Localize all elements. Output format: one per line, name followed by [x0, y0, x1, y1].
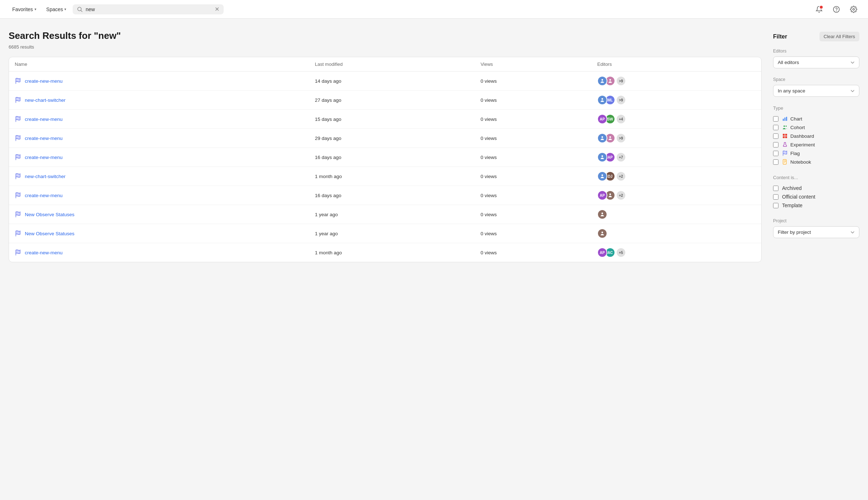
filter-panel: Filter Clear All Filters Editors All edi… [773, 30, 859, 491]
filter-type-cohort[interactable]: Cohort [773, 123, 859, 132]
svg-rect-26 [785, 118, 786, 121]
filter-editors-section: Editors All editors [773, 49, 859, 68]
table-row[interactable]: create-new-menu14 days ago0 views>9 [9, 72, 761, 91]
cell-modified: 1 month ago [309, 243, 475, 262]
col-name: Name [9, 57, 309, 72]
help-button[interactable] [831, 4, 842, 15]
filter-type-label: Type [773, 105, 859, 111]
flag-type-icon [782, 150, 788, 156]
filter-space-select[interactable]: In any space [773, 85, 859, 97]
cell-name: create-new-menu [9, 186, 309, 205]
filter-content-section: Content is... ArchivedOfficial contentTe… [773, 175, 859, 210]
clear-all-filters-button[interactable]: Clear All Filters [819, 32, 859, 41]
results-scrollable[interactable]: Name Last modified Views Editors create-… [9, 57, 761, 262]
table-row[interactable]: new-chart-switcher27 days ago0 viewsML>9 [9, 91, 761, 110]
content-checkboxes: ArchivedOfficial contentTemplate [773, 184, 859, 210]
favorites-label: Favorites [12, 6, 33, 12]
svg-point-21 [602, 213, 603, 214]
cell-modified: 1 month ago [309, 167, 475, 186]
checkbox-dashboard[interactable] [773, 133, 778, 139]
checkbox-chart[interactable] [773, 116, 778, 122]
nav-icons [813, 4, 859, 15]
table-row[interactable]: create-new-menu16 days ago0 viewsAP+2 [9, 186, 761, 205]
cell-editors: APSW+4 [591, 110, 761, 129]
settings-button[interactable] [848, 4, 859, 15]
flag-icon [15, 135, 21, 141]
row-name[interactable]: create-new-menu [25, 193, 63, 198]
col-editors: Editors [591, 57, 761, 72]
spaces-nav[interactable]: Spaces ▾ [43, 4, 70, 14]
row-name[interactable]: new-chart-switcher [25, 174, 65, 179]
table-row[interactable]: New Observe Statuses1 year ago0 views [9, 205, 761, 224]
cell-modified: 15 days ago [309, 110, 475, 129]
content-label-official-content: Official content [782, 194, 815, 200]
cell-name: create-new-menu [9, 72, 309, 91]
svg-rect-36 [783, 159, 786, 164]
cell-views: 0 views [475, 186, 591, 205]
filter-editors-select[interactable]: All editors [773, 56, 859, 68]
flag-icon [15, 230, 21, 237]
flag-icon [15, 97, 21, 103]
type-checkboxes: ChartCohortDashboardExperimentFlagNotebo… [773, 114, 859, 166]
table-row[interactable]: create-new-menu29 days ago0 views>9 [9, 129, 761, 148]
svg-point-2 [833, 6, 840, 12]
row-name[interactable]: New Observe Statuses [25, 231, 74, 236]
cohort-icon [782, 124, 788, 130]
filter-type-experiment[interactable]: Experiment [773, 140, 859, 149]
checkbox-content-archived[interactable] [773, 186, 778, 191]
search-clear-button[interactable]: ✕ [215, 6, 219, 12]
type-label-notebook: Notebook [790, 159, 811, 165]
spaces-label: Spaces [46, 6, 63, 12]
favorites-chevron-icon: ▾ [35, 7, 36, 11]
checkbox-experiment[interactable] [773, 142, 778, 147]
cell-editors [591, 224, 761, 243]
row-name[interactable]: create-new-menu [25, 250, 63, 255]
cell-modified: 27 days ago [309, 91, 475, 110]
checkbox-notebook[interactable] [773, 159, 778, 165]
filter-content-template[interactable]: Template [773, 201, 859, 210]
filter-content-official-content[interactable]: Official content [773, 192, 859, 201]
content-label-archived: Archived [782, 185, 801, 191]
row-name[interactable]: create-new-menu [25, 78, 63, 84]
filter-type-notebook[interactable]: Notebook [773, 158, 859, 166]
filter-type-dashboard[interactable]: Dashboard [773, 132, 859, 140]
cell-editors: AP+2 [591, 186, 761, 205]
table-header: Name Last modified Views Editors [9, 57, 761, 72]
row-name[interactable]: new-chart-switcher [25, 97, 65, 103]
cell-name: New Observe Statuses [9, 224, 309, 243]
checkbox-content-template[interactable] [773, 203, 778, 208]
page-title: Search Results for "new" [9, 30, 762, 41]
svg-rect-30 [783, 134, 785, 136]
table-row[interactable]: create-new-menu15 days ago0 viewsAPSW+4 [9, 110, 761, 129]
row-name[interactable]: create-new-menu [25, 136, 63, 141]
filter-type-chart[interactable]: Chart [773, 114, 859, 123]
cell-name: new-chart-switcher [9, 167, 309, 186]
dashboard-icon [782, 133, 788, 139]
flag-icon [15, 154, 21, 160]
filter-project-select[interactable]: Filter by project [773, 226, 859, 238]
table-row[interactable]: New Observe Statuses1 year ago0 views [9, 224, 761, 243]
filter-content-archived[interactable]: Archived [773, 184, 859, 192]
type-label-experiment: Experiment [790, 142, 815, 147]
filter-type-flag[interactable]: Flag [773, 149, 859, 158]
table-row[interactable]: create-new-menu16 days ago0 viewsAP+7 [9, 148, 761, 167]
svg-rect-31 [785, 134, 787, 136]
table-row[interactable]: create-new-menu1 month ago0 viewsAPAC+5 [9, 243, 761, 262]
filter-type-section: Type ChartCohortDashboardExperimentFlagN… [773, 105, 859, 166]
row-name[interactable]: New Observe Statuses [25, 212, 74, 217]
cell-name: create-new-menu [9, 110, 309, 129]
search-bar: ✕ [73, 4, 224, 14]
row-name[interactable]: create-new-menu [25, 117, 63, 122]
checkbox-flag[interactable] [773, 151, 778, 156]
table-row[interactable]: new-chart-switcher1 month ago0 viewsDJ+2 [9, 167, 761, 186]
results-table: Name Last modified Views Editors create-… [9, 57, 761, 262]
cell-views: 0 views [475, 205, 591, 224]
search-input[interactable] [86, 6, 212, 12]
svg-line-1 [81, 10, 82, 12]
checkbox-content-official-content[interactable] [773, 194, 778, 200]
checkbox-cohort[interactable] [773, 125, 778, 130]
notifications-button[interactable] [813, 4, 825, 15]
row-name[interactable]: create-new-menu [25, 155, 63, 160]
gear-icon [850, 6, 857, 13]
favorites-nav[interactable]: Favorites ▾ [9, 4, 40, 14]
